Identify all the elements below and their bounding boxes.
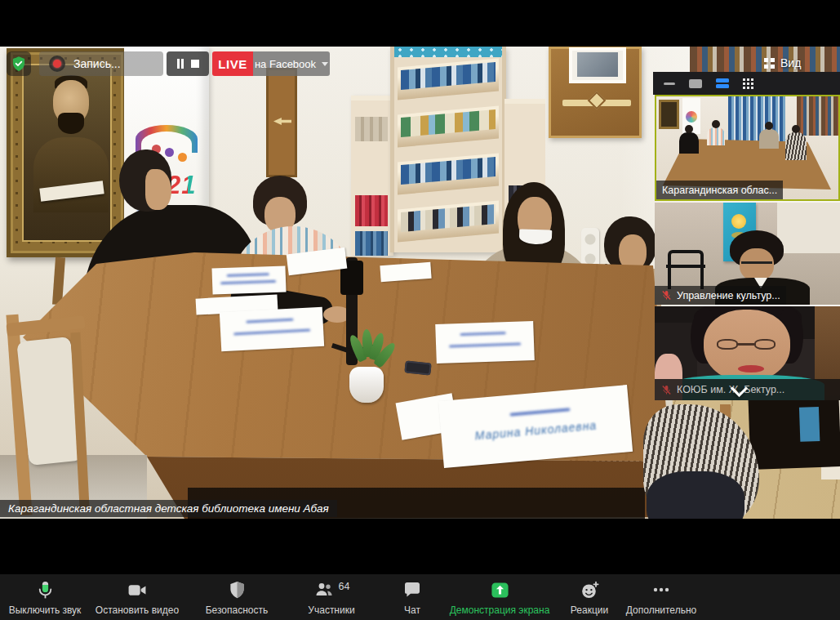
- camera-icon: [127, 580, 148, 600]
- view-button[interactable]: Вид: [764, 52, 801, 74]
- view-label: Вид: [780, 56, 801, 69]
- muted-microphone-icon: [660, 289, 673, 301]
- kazakh-ornament-panel: [549, 47, 642, 138]
- woman-glasses: [754, 339, 776, 350]
- shelf-sign: [394, 47, 502, 57]
- blue-books: [355, 231, 388, 256]
- participants-button[interactable]: 64 Участники: [287, 574, 376, 620]
- participants-label: Участники: [308, 604, 354, 616]
- icon-wrap: [490, 579, 510, 600]
- man-glasses: [741, 261, 772, 264]
- thumbnail-1-name-label: Карагандинская облас...: [656, 181, 783, 199]
- main-participant-name-label: Карагандинская областная детская библиот…: [0, 500, 337, 517]
- mini-person: [707, 127, 725, 145]
- reactions-icon: [580, 580, 600, 600]
- participants-icon: [313, 580, 335, 600]
- label-text: Карагандинская облас...: [662, 185, 777, 196]
- picture: [577, 52, 618, 77]
- shelf-row: [398, 59, 499, 100]
- view-grid-icon: [764, 58, 775, 69]
- more-button[interactable]: Дополнительно: [620, 574, 702, 620]
- stop-video-button[interactable]: Остановить видео: [91, 574, 183, 620]
- icon-wrap: [35, 579, 56, 600]
- shield-icon: [228, 580, 247, 600]
- blurred-name-text: [460, 332, 506, 336]
- shelf-row: [398, 201, 499, 243]
- participants-count: 64: [339, 581, 350, 592]
- microphone-icon: [35, 580, 56, 600]
- thumbnail-3-name-label: КОЮБ им. Ж. Бектур...: [655, 379, 840, 400]
- blurred-name-text: [233, 329, 310, 336]
- nameplate: [220, 307, 324, 352]
- participant-thumbnail-3[interactable]: КОЮБ им. Ж. Бектур...: [655, 306, 840, 400]
- security-shield-badge: [7, 51, 31, 76]
- recording-label: Запись...: [73, 57, 121, 70]
- book-display-shelf: [390, 47, 506, 252]
- recording-indicator: Запись...: [39, 51, 163, 76]
- abai-portrait: [22, 64, 112, 242]
- pause-recording-icon[interactable]: [177, 59, 184, 69]
- bar: [716, 84, 729, 88]
- blurred-name-text: [246, 319, 293, 323]
- nameplate-name: Марина Николаевна: [441, 416, 631, 445]
- shield-check-icon: [11, 56, 27, 72]
- label-text: КОЮБ им. Ж. Бектур...: [677, 384, 784, 395]
- chat-button[interactable]: Чат: [392, 574, 433, 620]
- luggage-cart-bar: [666, 265, 705, 268]
- stop-video-label: Остановить видео: [96, 604, 179, 616]
- minimize-thumbnails-icon[interactable]: [664, 83, 675, 85]
- icon-wrap: [402, 579, 422, 600]
- ornament-arrow: [273, 118, 291, 125]
- share-screen-icon: [490, 581, 510, 600]
- stacked-view-icon[interactable]: [716, 78, 729, 88]
- dark-cabinet: [749, 396, 840, 470]
- portrait-beard: [58, 113, 84, 134]
- share-screen-button[interactable]: Демонстрация экрана: [442, 574, 557, 620]
- books: [401, 62, 496, 90]
- stop-recording-icon[interactable]: [191, 60, 199, 68]
- window: [777, 203, 840, 253]
- icon-wrap: [228, 579, 247, 600]
- chat-icon: [402, 580, 422, 600]
- blue-object: [799, 407, 820, 442]
- reactions-button[interactable]: Реакции: [560, 574, 619, 620]
- bar: [716, 78, 729, 83]
- security-button[interactable]: Безопасность: [196, 574, 278, 620]
- thumbnail-2-name-label: Управление культур...: [655, 286, 786, 305]
- nameplate: [435, 321, 535, 364]
- red-dot: [53, 60, 61, 68]
- more-icon: [651, 580, 672, 600]
- mute-button[interactable]: Выключить звук: [2, 574, 88, 620]
- mini-person: [785, 132, 807, 160]
- meeting-toolbar: Выключить звук Остановить видео Безопасн…: [0, 574, 840, 620]
- recording-dot-icon: [49, 56, 65, 72]
- banner-figure: [178, 153, 187, 162]
- red-books: [355, 195, 388, 226]
- blurred-name-text: [227, 273, 269, 277]
- blurred-name-text: [509, 408, 570, 416]
- live-destination-dropdown[interactable]: на Facebook: [253, 51, 330, 76]
- nameplate: [211, 265, 286, 294]
- books: [401, 157, 496, 185]
- participant-thumbnail-1[interactable]: Карагандинская облас...: [655, 95, 840, 201]
- mini-person: [679, 132, 699, 154]
- mini-person: [759, 129, 779, 149]
- icon-wrap: [651, 579, 672, 600]
- blurred-name-text: [220, 280, 276, 284]
- blurred-name-text: [449, 342, 521, 347]
- person-4-skirt: [647, 471, 744, 519]
- zoom-meeting-window: 2021: [0, 0, 840, 620]
- participant-thumbnail-2[interactable]: Управление культур...: [655, 203, 840, 305]
- caret-down-icon: [322, 62, 328, 66]
- plant-pot: [349, 367, 384, 403]
- bookshelf-left: [351, 96, 393, 256]
- shelf-row: [398, 106, 499, 148]
- muted-microphone-icon: [660, 384, 673, 396]
- share-screen-label: Демонстрация экрана: [450, 604, 550, 616]
- thumbnail-layout-bar: [653, 72, 840, 95]
- gallery-view-icon[interactable]: [743, 78, 753, 89]
- speaker-view-icon[interactable]: [689, 79, 702, 88]
- mini-portrait: [659, 100, 679, 129]
- live-badge: LIVE: [212, 51, 253, 76]
- ornament-diamond: [588, 91, 607, 110]
